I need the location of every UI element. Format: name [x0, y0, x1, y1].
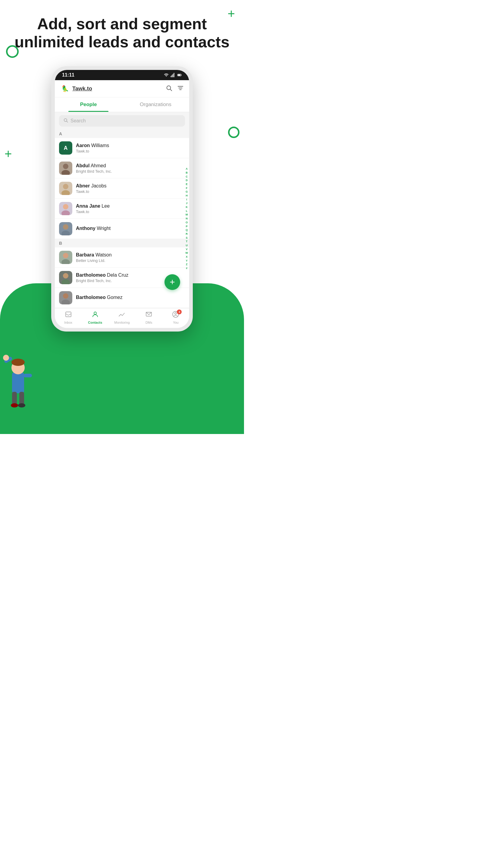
- contact-company-barbara: Better Living Ltd.: [76, 258, 185, 263]
- contact-anna-jane-lee[interactable]: Anna Jane Lee Tawk.to: [55, 198, 189, 219]
- section-header-a: A: [55, 130, 189, 138]
- hero-title: Add, sort and segment unlimited leads an…: [12, 15, 232, 51]
- svg-line-18: [170, 89, 172, 91]
- contact-name-anthony: Anthony Wright: [76, 226, 185, 231]
- svg-rect-12: [173, 74, 173, 77]
- status-icons: [164, 73, 182, 78]
- monitoring-icon: [119, 311, 126, 320]
- nav-inbox-label: Inbox: [64, 321, 72, 324]
- svg-rect-11: [172, 75, 172, 77]
- nav-contacts-label: Contacts: [88, 321, 102, 324]
- contact-name-bartholomeo-gomez: Bartholomeo Gomez: [76, 295, 185, 300]
- battery-icon: [177, 73, 182, 78]
- avatar-bartholomeo-2: [59, 291, 72, 304]
- contact-name-abner: Abner Jacobs: [76, 183, 185, 189]
- svg-point-31: [63, 204, 68, 210]
- search-placeholder: Search: [70, 118, 86, 124]
- contacts-list: A A Aaron Williams Tawk.to: [55, 130, 189, 308]
- avatar-anna-jane: [59, 202, 72, 215]
- contact-name-aaron: Aaron Williams: [76, 143, 185, 148]
- contact-name-abdul: Abdul Ahmed: [76, 163, 185, 168]
- contact-info-barbara: Barbara Watson Better Living Ltd.: [76, 252, 185, 263]
- svg-rect-0: [12, 372, 24, 393]
- app-header: 🦜 Tawk.to: [55, 80, 189, 97]
- svg-point-43: [63, 293, 68, 299]
- inbox-icon: [65, 311, 72, 320]
- status-bar: 11:11: [55, 70, 189, 80]
- nav-you[interactable]: 3 You: [162, 311, 189, 324]
- search-input[interactable]: Search: [59, 115, 185, 127]
- contact-name-anna-jane: Anna Jane Lee: [76, 204, 185, 209]
- character-illustration: [3, 345, 33, 405]
- svg-rect-4: [24, 374, 32, 377]
- contact-abner-jacobs[interactable]: Abner Jacobs Tawk.to: [55, 179, 189, 198]
- nav-inbox[interactable]: Inbox: [55, 311, 82, 324]
- filter-icon[interactable]: [177, 85, 184, 93]
- nav-dms[interactable]: DMs: [135, 311, 162, 324]
- phone-mockup: 11:11: [51, 66, 193, 332]
- contacts-icon: [92, 311, 99, 320]
- svg-rect-15: [178, 74, 181, 76]
- svg-point-49: [175, 313, 176, 314]
- svg-point-28: [63, 184, 68, 189]
- nav-monitoring[interactable]: Monitoring: [108, 311, 135, 324]
- contact-abdul-ahmed[interactable]: Abdul Ahmed Bright Bird Tech, Inc.: [55, 158, 189, 179]
- contact-info-anthony: Anthony Wright: [76, 226, 185, 232]
- app-name: Tawk.to: [72, 86, 92, 92]
- header-actions[interactable]: [166, 85, 184, 93]
- contact-company-abner: Tawk.to: [76, 189, 185, 194]
- svg-point-2: [11, 359, 25, 366]
- svg-point-46: [94, 312, 96, 314]
- contact-info-bartholomeo-gomez: Bartholomeo Gomez: [76, 295, 185, 301]
- decorative-circle-right: [228, 127, 239, 138]
- svg-point-7: [11, 403, 18, 407]
- contact-barbara-watson[interactable]: Barbara Watson Better Living Ltd.: [55, 247, 189, 268]
- signal-icon: [170, 73, 175, 78]
- status-time: 11:11: [62, 72, 74, 78]
- contact-name-barbara: Barbara Watson: [76, 252, 185, 258]
- fab-add-button[interactable]: +: [164, 274, 180, 290]
- avatar-aaron: A: [59, 141, 72, 155]
- svg-line-23: [67, 121, 68, 122]
- search-bar: Search: [55, 112, 189, 130]
- nav-monitoring-label: Monitoring: [114, 321, 130, 324]
- contact-info-aaron: Aaron Williams Tawk.to: [76, 143, 185, 153]
- svg-point-40: [63, 273, 68, 278]
- section-header-b: B: [55, 239, 189, 247]
- contact-info-abdul: Abdul Ahmed Bright Bird Tech, Inc.: [76, 163, 185, 174]
- avatar-anthony: [59, 222, 72, 236]
- nav-you-label: You: [173, 321, 178, 324]
- svg-point-8: [18, 403, 25, 407]
- avatar-abdul: [59, 161, 72, 175]
- svg-point-25: [63, 164, 68, 169]
- tab-bar: People Organizations: [55, 97, 189, 112]
- contact-info-anna-jane: Anna Jane Lee Tawk.to: [76, 204, 185, 214]
- logo-icon: 🦜: [60, 84, 70, 93]
- svg-point-34: [63, 224, 68, 230]
- tab-organizations[interactable]: Organizations: [122, 97, 189, 112]
- you-badge: 3: [177, 310, 182, 314]
- nav-contacts[interactable]: Contacts: [82, 311, 108, 324]
- contact-bartholomeo-gomez[interactable]: Bartholomeo Gomez: [55, 288, 189, 308]
- nav-dms-label: DMs: [145, 321, 153, 324]
- svg-point-9: [3, 355, 9, 361]
- svg-rect-10: [171, 76, 171, 78]
- plus-icon-left: +: [4, 148, 12, 160]
- contact-company-anna-jane: Tawk.to: [76, 210, 185, 214]
- avatar-bartholomeo-1: [59, 271, 72, 284]
- app-logo: 🦜 Tawk.to: [60, 84, 166, 93]
- dms-icon: [145, 311, 153, 320]
- contact-anthony-wright[interactable]: Anthony Wright: [55, 219, 189, 239]
- avatar-abner: [59, 182, 72, 195]
- search-input-icon: [63, 118, 68, 124]
- alphabet-index: A B C D E F G H I J K L M N O P Q: [186, 130, 189, 308]
- contact-aaron-williams[interactable]: A Aaron Williams Tawk.to: [55, 138, 189, 158]
- svg-rect-13: [174, 73, 174, 78]
- svg-point-37: [63, 253, 68, 258]
- search-icon[interactable]: [166, 85, 172, 93]
- contact-company-aaron: Tawk.to: [76, 149, 185, 153]
- tab-people[interactable]: People: [55, 97, 122, 112]
- wifi-icon: [164, 73, 169, 78]
- avatar-barbara: [59, 251, 72, 264]
- contact-company-abdul: Bright Bird Tech, Inc.: [76, 169, 185, 174]
